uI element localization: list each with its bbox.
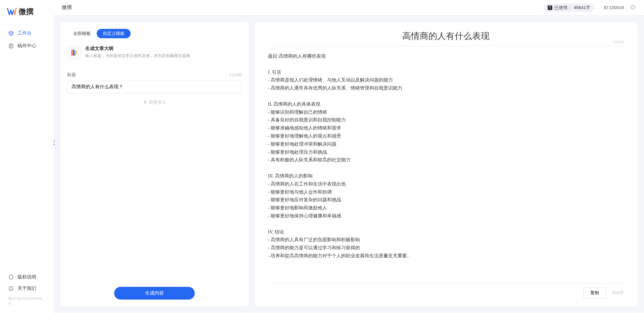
voice-input-button[interactable]: 语音录入	[67, 99, 242, 105]
sidebar-item-label: 关于我们	[17, 285, 36, 292]
usage-pill[interactable]: T 已使用： 45641字	[544, 3, 594, 12]
generate-wrap: 生成内容	[60, 287, 248, 300]
info-icon	[8, 285, 14, 292]
voice-text: 语音录入	[149, 99, 166, 105]
page-title: 微撰	[62, 4, 544, 11]
power-icon[interactable]	[630, 4, 636, 11]
template-text: 生成文章大纲 输入标题，为你提供文章主体的灵感，并为其创建推文提纲	[85, 46, 190, 59]
app-root: 微撰 工作台 稿件中心 版权说明	[0, 0, 644, 313]
cube-icon	[8, 30, 14, 36]
output-body[interactable]: 题目:高情商的人有哪些表现 I. 引言 - 高情商是指人们处理情绪、与他人互动以…	[268, 52, 624, 279]
workspace: 全部模板 自定义模板 生成文章大纲 输入标题，为你提供文章主体的灵感，并为其创建…	[54, 15, 644, 313]
template-tabs: 全部模板 自定义模板	[60, 29, 248, 44]
right-region: 微撰 T 已使用： 45641字 ID:100519 全部模板 自定义模板	[54, 0, 644, 313]
title-label: 标题	[67, 72, 76, 78]
sidebar-item-copyright[interactable]: 版权说明	[8, 271, 46, 283]
logo: 微撰	[0, 7, 54, 27]
sidebar-item-label: 工作台	[17, 30, 32, 36]
icp-text: 鄂ICP备2022016946号	[0, 294, 54, 306]
sidebar-item-drafts[interactable]: 稿件中心	[0, 40, 54, 52]
document-icon	[8, 43, 14, 49]
mic-icon	[143, 100, 147, 105]
sidebar-bottom: 版权说明 关于我们	[0, 271, 54, 294]
form-section: 标题 11/100 语音录入	[60, 65, 248, 287]
copy-button[interactable]: 复制	[583, 288, 606, 298]
topbar: 微撰 T 已使用： 45641字 ID:100519	[54, 0, 644, 15]
sidebar-item-about[interactable]: 关于我们	[8, 283, 46, 294]
sidebar-item-label: 稿件中心	[17, 43, 36, 49]
logo-icon	[7, 7, 17, 17]
label-row: 标题 11/100	[67, 72, 242, 78]
generate-button[interactable]: 生成内容	[114, 287, 195, 300]
svg-rect-8	[73, 50, 75, 55]
output-panel: 高情商的人有什么表现 10/100 题目:高情商的人有哪些表现 I. 引言 - …	[255, 22, 637, 306]
chevron-left-icon	[54, 140, 56, 146]
shield-icon	[8, 274, 14, 280]
usage-prefix: 已使用：	[554, 5, 572, 11]
output-word-count: 404字	[612, 290, 624, 296]
brand-text: 微撰	[19, 7, 34, 17]
tab-custom-templates[interactable]: 自定义模板	[97, 29, 131, 38]
svg-rect-7	[71, 50, 73, 55]
usage-value: 45641字	[574, 5, 590, 11]
sidebar: 微撰 工作台 稿件中心 版权说明	[0, 0, 54, 313]
title-input[interactable]	[67, 81, 242, 93]
title-counter: 11/100	[229, 72, 242, 77]
nav: 工作台 稿件中心	[0, 27, 54, 271]
output-footer: 复制 404字	[268, 283, 624, 298]
books-icon	[67, 46, 81, 60]
user-id: ID:100519	[604, 5, 624, 10]
output-title: 高情商的人有什么表现	[268, 30, 624, 42]
collapse-handle[interactable]	[54, 140, 56, 147]
sidebar-item-workbench[interactable]: 工作台	[0, 27, 54, 40]
output-title-row: 高情商的人有什么表现 10/100	[268, 30, 624, 46]
tab-all-templates[interactable]: 全部模板	[67, 29, 97, 38]
template-card: 生成文章大纲 输入标题，为你提供文章主体的灵感，并为其创建推文提纲	[60, 44, 248, 65]
svg-rect-10	[144, 100, 146, 102]
output-title-counter: 10/100	[612, 40, 624, 44]
sidebar-item-label: 版权说明	[17, 274, 36, 280]
template-desc: 输入标题，为你提供文章主体的灵感，并为其创建推文提纲	[85, 53, 190, 59]
template-title: 生成文章大纲	[85, 46, 190, 52]
svg-rect-9	[75, 50, 77, 56]
t-badge-icon: T	[548, 5, 552, 10]
input-panel: 全部模板 自定义模板 生成文章大纲 输入标题，为你提供文章主体的灵感，并为其创建…	[60, 22, 248, 306]
